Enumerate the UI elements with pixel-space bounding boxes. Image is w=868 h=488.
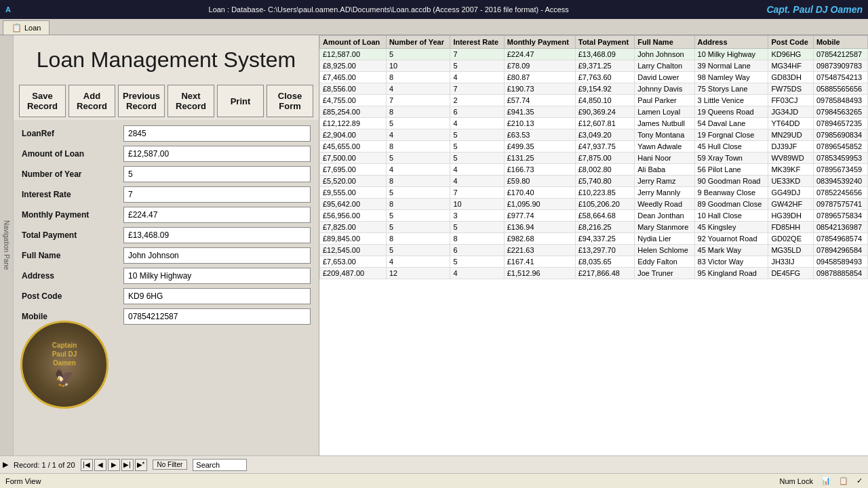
table-cell: 2 bbox=[450, 95, 504, 106]
last-record-button[interactable]: ▶| bbox=[121, 459, 134, 471]
table-cell: £94,337.25 bbox=[575, 233, 634, 245]
table-cell: 07984563265 bbox=[813, 106, 867, 118]
tab-loan[interactable]: 📋 Loan bbox=[3, 20, 50, 35]
input-amount[interactable] bbox=[123, 146, 311, 162]
table-cell: GD83DH bbox=[768, 72, 814, 83]
table-cell: 5 bbox=[450, 152, 504, 164]
table-cell: 07854968574 bbox=[813, 233, 867, 245]
table-cell: GG49DJ bbox=[768, 187, 814, 199]
tab-label: Loan bbox=[24, 24, 41, 32]
table-cell: Eddy Falton bbox=[635, 256, 694, 268]
table-row[interactable]: £7,465.0084£80.87£7,763.60David Lower98 … bbox=[320, 72, 868, 83]
save-record-button[interactable]: Save Record bbox=[19, 85, 66, 117]
print-button[interactable]: Print bbox=[217, 85, 264, 117]
input-interest[interactable] bbox=[123, 186, 311, 203]
input-address[interactable] bbox=[123, 268, 311, 284]
table-cell: 07895673459 bbox=[813, 164, 867, 176]
first-record-button[interactable]: |◀ bbox=[81, 459, 93, 471]
table-cell: 8 bbox=[386, 176, 450, 187]
table-cell: £8,002.80 bbox=[575, 164, 634, 176]
table-cell: 12 bbox=[386, 268, 450, 279]
table-row[interactable]: £4,755.0072£57.74£4,850.10Paul Parker3 L… bbox=[320, 95, 868, 106]
table-cell: 19 Queens Road bbox=[694, 106, 768, 118]
table-row[interactable]: £12,545.0056£221.63£13,297.70Helen Schlo… bbox=[320, 245, 868, 256]
table-cell: Mary Stanmore bbox=[635, 222, 694, 233]
table-cell: Dean Jonthan bbox=[635, 210, 694, 222]
table-cell: GW42HF bbox=[768, 199, 814, 210]
table-cell: £4,755.00 bbox=[320, 95, 387, 106]
table-cell: 56 Pilot Lane bbox=[694, 164, 768, 176]
table-row[interactable]: £7,500.0055£131.25£7,875.00Hani Noor59 X… bbox=[320, 152, 868, 164]
table-cell: JH33IJ bbox=[768, 256, 814, 268]
search-input[interactable] bbox=[193, 459, 247, 471]
table-cell: £7,875.00 bbox=[575, 152, 634, 164]
view-icon-3: ✓ bbox=[856, 476, 863, 485]
table-row[interactable]: £7,695.0044£166.73£8,002.80Ali Baba56 Pi… bbox=[320, 164, 868, 176]
next-record-button-status[interactable]: ▶ bbox=[108, 459, 120, 471]
input-fullname[interactable] bbox=[123, 247, 311, 264]
table-cell: DE45FG bbox=[768, 268, 814, 279]
table-cell: 8 bbox=[386, 72, 450, 83]
input-total[interactable] bbox=[123, 227, 311, 243]
table-cell: 08394539240 bbox=[813, 176, 867, 187]
table-row[interactable]: £209,487.00124£1,512.96£217,866.48Joe Tr… bbox=[320, 268, 868, 279]
table-row[interactable]: £2,904.0045£63.53£3,049.20Tony Montana19… bbox=[320, 129, 868, 141]
input-monthly[interactable] bbox=[123, 207, 311, 223]
table-cell: 8 bbox=[386, 106, 450, 118]
input-postcode[interactable] bbox=[123, 288, 311, 304]
add-record-button[interactable]: Add Record bbox=[68, 85, 115, 117]
table-row[interactable]: £12,122.8954£210.13£12,607.81James Nutbu… bbox=[320, 118, 868, 129]
watermark-area: CaptainPaul DJOamen 🦅 bbox=[14, 334, 319, 402]
prev-record-button[interactable]: ◀ bbox=[94, 459, 106, 471]
table-cell: 54 Daval Lane bbox=[694, 118, 768, 129]
table-row[interactable]: £56,956.0053£977.74£58,664.68Dean Jontha… bbox=[320, 210, 868, 222]
table-cell: 5 bbox=[450, 222, 504, 233]
table-cell: 5 bbox=[386, 152, 450, 164]
table-cell: £7,500.00 bbox=[320, 152, 387, 164]
input-loanref[interactable] bbox=[123, 125, 311, 142]
author-name: Capt. Paul DJ Oamen bbox=[766, 4, 863, 15]
table-row[interactable]: £89,845.0088£982.68£94,337.25Nydia Lier9… bbox=[320, 233, 868, 245]
table-cell: £5,740.80 bbox=[575, 176, 634, 187]
table-row[interactable]: £8,925.00105£78.09£9,371.25Larry Chalton… bbox=[320, 60, 868, 72]
table-cell: £12,607.81 bbox=[575, 118, 634, 129]
table-cell: 7 bbox=[386, 95, 450, 106]
close-form-button[interactable]: Close Form bbox=[267, 85, 313, 117]
previous-record-button[interactable]: Previous Record bbox=[118, 85, 165, 117]
table-cell: £499.35 bbox=[504, 141, 575, 152]
table-cell: £12,122.89 bbox=[320, 118, 387, 129]
table-cell: £8,556.00 bbox=[320, 83, 387, 95]
table-cell: 75 Storys Lane bbox=[694, 83, 768, 95]
navigation-pane[interactable]: Navigation Pane bbox=[0, 35, 14, 455]
table-cell: £105,206.20 bbox=[575, 199, 634, 210]
table-cell: Johnny Davis bbox=[635, 83, 694, 95]
table-cell: 39 Normal Lane bbox=[694, 60, 768, 72]
next-record-button[interactable]: Next Record bbox=[167, 85, 214, 117]
table-row[interactable]: £45,655.0085£499.35£47,937.75Yawn Adwale… bbox=[320, 141, 868, 152]
table-row[interactable]: £8,556.0047£190.73£9,154.92Johnny Davis7… bbox=[320, 83, 868, 95]
input-years[interactable] bbox=[123, 166, 311, 182]
app-icon: A bbox=[5, 5, 11, 14]
table-cell: £136.94 bbox=[504, 222, 575, 233]
table-cell: MG35LD bbox=[768, 245, 814, 256]
table-row[interactable]: £7,653.0045£167.41£8,035.65Eddy Falton83… bbox=[320, 256, 868, 268]
table-row[interactable]: £7,825.0055£136.94£8,216.25Mary Stanmore… bbox=[320, 222, 868, 233]
table-row[interactable]: £5,520.0084£59.80£5,740.80Jerry Ramz90 G… bbox=[320, 176, 868, 187]
table-header-row: Amount of Loan Number of Year Interest R… bbox=[320, 36, 868, 49]
table-cell: 90 Goodman Road bbox=[694, 176, 768, 187]
watermark-circle: CaptainPaul DJOamen 🦅 bbox=[20, 321, 108, 409]
table-cell: 09873909783 bbox=[813, 60, 867, 72]
input-mobile[interactable] bbox=[123, 308, 311, 325]
table-row[interactable]: £95,642.00810£1,095.90£105,206.20Weedly … bbox=[320, 199, 868, 210]
table-cell: Yawn Adwale bbox=[635, 141, 694, 152]
table-cell: £7,763.60 bbox=[575, 72, 634, 83]
table-row[interactable]: £12,587.0057£224.47£13,468.09John Johnso… bbox=[320, 49, 868, 60]
table-row[interactable]: £85,254.0086£941.35£90,369.24Lamen Loyal… bbox=[320, 106, 868, 118]
new-record-button[interactable]: ▶* bbox=[135, 459, 147, 471]
table-cell: £7,465.00 bbox=[320, 72, 387, 83]
col-monthly: Monthly Payment bbox=[504, 36, 575, 49]
table-cell: 59 Xray Town bbox=[694, 152, 768, 164]
table-cell: Joe Truner bbox=[635, 268, 694, 279]
table-row[interactable]: £9,555.0057£170.40£10,223.85Jerry Mannly… bbox=[320, 187, 868, 199]
table-cell: 4 bbox=[450, 72, 504, 83]
